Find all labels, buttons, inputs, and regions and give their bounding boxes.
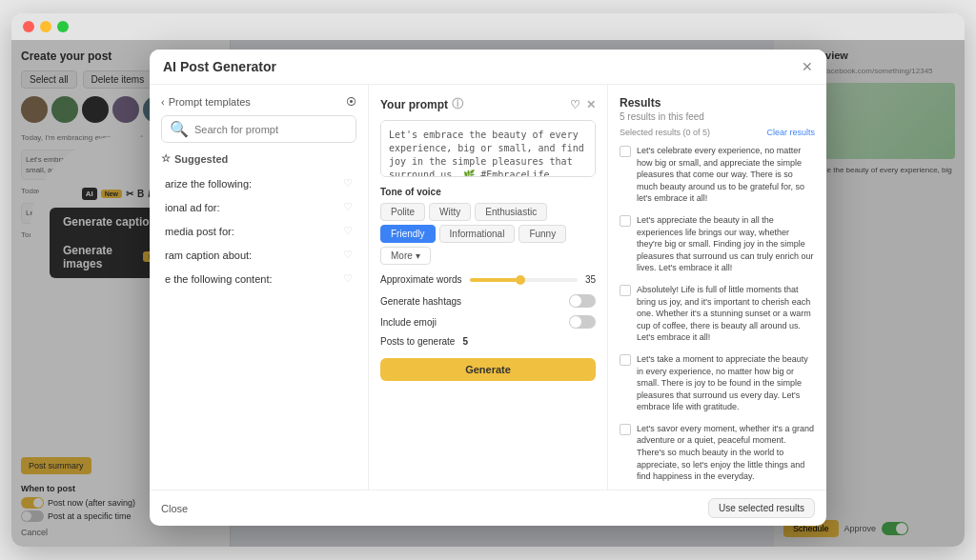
template-item-text: ional ad for: — [165, 202, 343, 213]
back-to-templates-btn[interactable]: ‹ Prompt templates ⦿ — [161, 96, 356, 108]
generate-btn[interactable]: Generate — [380, 358, 596, 381]
tone-buttons: Polite Witty Enthusiastic Friendly Infor… — [380, 203, 596, 265]
selected-label: Selected results (0 of 5) — [620, 128, 710, 137]
result-checkbox-4[interactable] — [620, 354, 631, 366]
result-checkbox-2[interactable] — [620, 215, 631, 227]
tone-funny-btn[interactable]: Funny — [518, 225, 566, 243]
result-text-1: Let's celebrate every experience, no mat… — [637, 145, 815, 205]
result-checkbox-1[interactable] — [620, 146, 631, 157]
template-item[interactable]: ional ad for: ♡ — [161, 196, 356, 218]
close-modal-btn[interactable]: Close — [161, 503, 188, 514]
clear-results-link[interactable]: Clear results — [766, 128, 815, 137]
template-item-text: ram caption about: — [165, 250, 343, 261]
modal-header: AI Post Generator ✕ — [150, 50, 826, 85]
result-checkbox-3[interactable] — [620, 285, 631, 296]
generate-hashtags-label: Generate hashtags — [380, 296, 461, 307]
info-circle-icon: ⓘ — [452, 96, 463, 112]
maximize-window-btn[interactable] — [57, 21, 69, 32]
tone-informational-btn[interactable]: Informational — [439, 225, 516, 243]
your-prompt-label: Your prompt ⓘ ♡ ✕ — [380, 96, 596, 112]
modal-close-btn[interactable]: ✕ — [802, 59, 813, 74]
template-item[interactable]: e the following content: ♡ — [161, 268, 356, 290]
template-item[interactable]: media post for: ♡ — [161, 220, 356, 242]
tone-witty-btn[interactable]: Witty — [429, 203, 471, 221]
result-item: Absolutely! Life is full of little momen… — [620, 284, 815, 344]
prompt-textarea[interactable]: Let's embrace the beauty of every experi… — [380, 120, 596, 177]
result-item: Let's appreciate the beauty in all the e… — [620, 214, 815, 274]
result-text-3: Absolutely! Life is full of little momen… — [637, 284, 815, 344]
ai-post-generator-modal: AI Post Generator ✕ ‹ Prompt templates ⦿… — [150, 50, 826, 526]
modal-title: AI Post Generator — [163, 59, 276, 74]
result-text-5: Let's savor every moment, whether it's a… — [637, 423, 815, 483]
result-item: Let's celebrate every experience, no mat… — [620, 145, 815, 205]
tone-label: Tone of voice — [380, 187, 596, 197]
heart-icon[interactable]: ♡ — [343, 225, 353, 237]
chevron-left-icon: ‹ — [161, 96, 165, 108]
modal-overlay: AI Post Generator ✕ ‹ Prompt templates ⦿… — [11, 40, 965, 547]
result-item: Let's savor every moment, whether it's a… — [620, 423, 815, 483]
heart-icon[interactable]: ♡ — [343, 201, 353, 213]
modal-right-pane: Results 5 results in this feed Selected … — [607, 85, 826, 490]
modal-left-pane: ‹ Prompt templates ⦿ 🔍 ☆ Suggested arize… — [150, 85, 369, 490]
include-emoji-label: Include emoji — [380, 317, 437, 328]
words-slider[interactable] — [470, 278, 578, 282]
modal-search[interactable]: 🔍 — [161, 115, 356, 143]
template-item-text: arize the following: — [165, 178, 343, 190]
modal-footer: Close Use selected results — [150, 490, 826, 526]
titlebar — [11, 13, 965, 40]
tone-enthusiastic-btn[interactable]: Enthusiastic — [475, 203, 547, 221]
info-icon: ⦿ — [346, 96, 356, 108]
generate-hashtags-row: Generate hashtags — [380, 294, 596, 308]
include-emoji-toggle[interactable] — [569, 315, 596, 329]
approx-words-label: Approximate words — [380, 274, 462, 285]
heart-icon[interactable]: ♡ — [343, 177, 353, 190]
use-selected-btn[interactable]: Use selected results — [708, 498, 815, 518]
close-prompt-icon[interactable]: ✕ — [586, 98, 596, 111]
posts-to-generate-value: 5 — [462, 336, 468, 347]
approx-words-value: 35 — [585, 274, 596, 285]
heart-icon[interactable]: ♡ — [343, 272, 353, 285]
slider-fill — [470, 278, 518, 282]
search-icon: 🔍 — [170, 120, 189, 138]
template-item[interactable]: ram caption about: ♡ — [161, 244, 356, 266]
modal-body: ‹ Prompt templates ⦿ 🔍 ☆ Suggested arize… — [150, 85, 826, 490]
posts-to-generate-label: Posts to generate — [380, 336, 455, 347]
search-input[interactable] — [194, 124, 348, 135]
suggested-label: ☆ Suggested — [161, 152, 356, 165]
result-text-4: Let's take a moment to appreciate the be… — [637, 353, 815, 413]
tone-friendly-btn[interactable]: Friendly — [380, 225, 436, 243]
results-count: 5 results in this feed — [620, 111, 815, 122]
results-title: Results — [620, 96, 815, 110]
modal-center-pane: Your prompt ⓘ ♡ ✕ Let's embrace the beau… — [369, 85, 607, 490]
selected-row: Selected results (0 of 5) Clear results — [620, 128, 815, 137]
template-item-text: media post for: — [165, 226, 343, 237]
slider-thumb — [516, 275, 525, 285]
star-icon: ☆ — [161, 152, 171, 165]
generate-hashtags-toggle[interactable] — [569, 294, 596, 308]
heart-outline-icon[interactable]: ♡ — [570, 98, 580, 111]
close-window-btn[interactable] — [23, 21, 34, 32]
minimize-window-btn[interactable] — [40, 21, 51, 32]
tone-polite-btn[interactable]: Polite — [380, 203, 425, 221]
include-emoji-row: Include emoji — [380, 315, 596, 329]
approx-words-row: Approximate words 35 — [380, 274, 596, 285]
template-item[interactable]: arize the following: ♡ — [161, 172, 356, 194]
result-checkbox-5[interactable] — [620, 424, 631, 435]
result-text-2: Let's appreciate the beauty in all the e… — [637, 214, 815, 274]
tone-more-btn[interactable]: More ▾ — [380, 247, 431, 265]
template-item-text: e the following content: — [165, 273, 343, 285]
result-item: Let's take a moment to appreciate the be… — [620, 353, 815, 413]
posts-to-generate-row: Posts to generate 5 — [380, 336, 596, 347]
heart-icon[interactable]: ♡ — [343, 249, 353, 261]
